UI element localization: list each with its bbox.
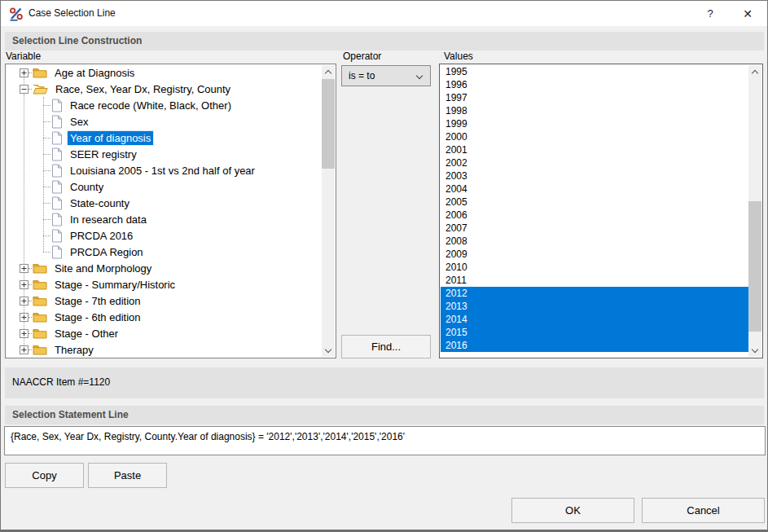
tree-folder-row[interactable]: Stage - 6th edition [6, 309, 322, 325]
folder-icon [33, 295, 47, 306]
find-button[interactable]: Find... [341, 335, 431, 358]
tree-connector [43, 219, 50, 220]
folder-icon [33, 328, 47, 339]
tree-scrollbar[interactable] [322, 65, 335, 357]
value-item[interactable]: 2009 [441, 248, 748, 261]
variable-tree-rows: Age at DiagnosisRace, Sex, Year Dx, Regi… [6, 64, 322, 358]
expand-icon[interactable] [20, 280, 29, 289]
tree-folder-row[interactable]: Stage - Summary/Historic [6, 276, 322, 292]
help-button[interactable]: ? [694, 1, 726, 26]
scroll-up-icon[interactable] [748, 65, 761, 78]
tree-folder-row[interactable]: Age at Diagnosis [6, 64, 322, 81]
tree-connector [29, 284, 32, 285]
document-icon [51, 180, 63, 194]
value-item[interactable]: 2007 [441, 222, 748, 235]
document-icon [51, 131, 63, 145]
values-list: 1995199619971998199920002001200220032004… [439, 64, 763, 358]
scroll-down-icon[interactable] [322, 344, 335, 357]
value-item[interactable]: 1997 [441, 91, 748, 104]
tree-item-row[interactable]: PRCDA 2016 [6, 227, 322, 244]
window-title: Case Selection Line [29, 7, 116, 19]
expand-icon[interactable] [20, 297, 29, 306]
value-item[interactable]: 2005 [441, 196, 748, 209]
tree-item-row[interactable]: In research data [6, 211, 322, 227]
value-item[interactable]: 2002 [441, 156, 748, 169]
tree-item-row[interactable]: Race recode (White, Black, Other) [6, 97, 322, 113]
expand-icon[interactable] [20, 264, 29, 273]
tree-scrollbar-thumb[interactable] [322, 79, 335, 169]
value-item[interactable]: 2004 [441, 182, 748, 196]
tree-connector [43, 138, 50, 138]
value-item[interactable]: 2015 [441, 326, 748, 339]
value-item[interactable]: 2000 [441, 130, 748, 143]
expand-icon[interactable] [20, 68, 29, 77]
expand-icon[interactable] [20, 329, 29, 338]
value-item[interactable]: 1998 [441, 104, 748, 117]
values-scrollbar-thumb[interactable] [748, 201, 761, 332]
selection-statement-field[interactable]: {Race, Sex, Year Dx, Registry, County.Ye… [4, 426, 766, 455]
values-scrollbar[interactable] [748, 65, 761, 357]
value-item[interactable]: 2011 [441, 274, 748, 287]
tree-item-label: Stage - Other [52, 327, 121, 341]
tree-connector [43, 203, 50, 204]
value-item[interactable]: 2010 [441, 261, 748, 274]
tree-connector [43, 105, 50, 106]
value-item[interactable]: 2013 [441, 300, 748, 313]
value-item[interactable]: 2008 [441, 235, 748, 248]
tree-item-label: Stage - 7th edition [52, 294, 143, 308]
value-item[interactable]: 2012 [441, 287, 748, 300]
document-icon [51, 245, 63, 259]
document-icon [51, 115, 63, 129]
collapse-icon[interactable] [20, 85, 29, 94]
copy-button[interactable]: Copy [5, 463, 84, 488]
value-item[interactable]: 1995 [441, 65, 748, 78]
document-icon [51, 164, 63, 178]
tree-item-row[interactable]: SEER registry [6, 146, 322, 162]
tree-item-row[interactable]: County [6, 178, 322, 195]
tree-item-row[interactable]: Sex [6, 113, 322, 130]
value-item[interactable]: 2014 [441, 313, 748, 326]
tree-connector [29, 350, 32, 350]
naaccr-info-bar: NAACCR Item #=1120 [5, 367, 764, 398]
tree-item-row[interactable]: Louisiana 2005 - 1st vs 2nd half of year [6, 162, 322, 178]
operator-dropdown[interactable]: is = to [341, 65, 431, 86]
close-button[interactable]: ✕ [731, 1, 764, 26]
value-item[interactable]: 1996 [441, 78, 748, 91]
tree-item-label: Year of diagnosis [68, 131, 153, 145]
folder-icon [33, 262, 47, 274]
values-label: Values [444, 51, 473, 62]
section-header-construction: Selection Line Construction [5, 32, 764, 51]
tree-item-row[interactable]: PRCDA Region [6, 244, 322, 260]
tree-folder-row[interactable]: Stage - 7th edition [6, 292, 322, 309]
tree-item-label: Site and Morphology [52, 262, 154, 275]
tree-item-row[interactable]: Year of diagnosis [6, 130, 322, 146]
value-item[interactable]: 2016 [441, 339, 748, 352]
scroll-down-icon[interactable] [748, 344, 761, 357]
scroll-up-icon[interactable] [322, 65, 335, 78]
document-icon [51, 213, 63, 226]
tree-folder-row[interactable]: Stage - Other [6, 325, 322, 341]
tree-connector [43, 187, 50, 187]
tree-connector [29, 301, 32, 301]
paste-button[interactable]: Paste [88, 463, 167, 488]
chevron-down-icon [416, 73, 423, 79]
tree-item-label: PRCDA Region [68, 245, 146, 259]
tree-folder-row[interactable]: Site and Morphology [6, 260, 322, 276]
tree-item-label: County [68, 180, 106, 194]
document-icon [51, 147, 63, 161]
value-item[interactable]: 2001 [441, 143, 748, 156]
folder-icon [33, 311, 47, 323]
expand-icon[interactable] [20, 313, 29, 322]
app-icon [9, 7, 24, 21]
tree-connector [29, 317, 32, 318]
expand-icon[interactable] [20, 345, 29, 354]
tree-folder-row[interactable]: Race, Sex, Year Dx, Registry, County [6, 81, 322, 97]
tree-item-label: Race, Sex, Year Dx, Registry, County [53, 82, 233, 96]
value-item[interactable]: 2006 [441, 209, 748, 222]
cancel-button[interactable]: Cancel [642, 498, 765, 523]
tree-item-row[interactable]: State-county [6, 195, 322, 211]
ok-button[interactable]: OK [511, 498, 634, 523]
value-item[interactable]: 1999 [441, 117, 748, 130]
tree-folder-row[interactable]: Therapy [6, 341, 322, 358]
value-item[interactable]: 2003 [441, 169, 748, 182]
